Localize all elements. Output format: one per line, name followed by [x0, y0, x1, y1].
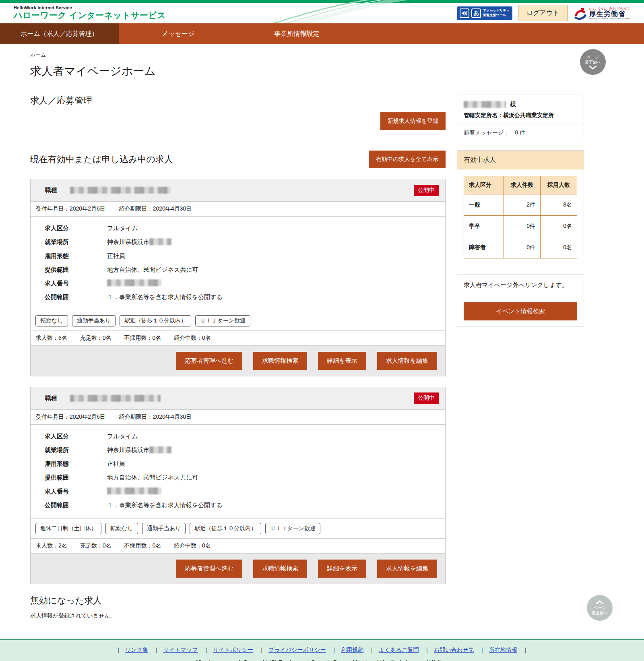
accessibility-a-icon: あ — [471, 8, 481, 18]
footer-link-contact[interactable]: お問い合わせ先 — [434, 647, 474, 653]
job-tag: 週休二日制（土日休） — [35, 523, 101, 534]
sidebar: 様 管轄安定所名：横浜公共職業安定所 新着メッセージ： 0 件 有効中求人 — [457, 95, 584, 636]
separator: ｜ — [424, 647, 430, 653]
footer-link-sitemap[interactable]: サイトマップ — [163, 647, 198, 653]
job-details: 求人区分フルタイム 就業場所神奈川県横浜市 雇用形態正社員 提供範囲地方自治体、… — [31, 425, 445, 519]
separator: ｜ — [154, 647, 159, 653]
manage-applicants-button[interactable]: 応募者管理へ進む — [176, 560, 243, 578]
top-green-bar — [0, 0, 644, 3]
job-stats: 求人数：2名 充足数：0名 不採用数：0名 紹介中数：0名 — [31, 538, 445, 553]
site-logo-japanese: ハローワーク インターネットサービス — [14, 10, 166, 21]
copyright: All rights reserved, Copyright (C) Emplo… — [0, 659, 644, 661]
job-tags: 週休二日制（土日休） 転勤なし 通勤手当あり 駅近（徒歩１０分以内） ＵＩＪター… — [31, 518, 445, 538]
job-tag: 転勤なし — [35, 315, 68, 326]
footer-link-site-policy[interactable]: サイトポリシー — [213, 647, 253, 653]
table-row: 学卒 0件 0名 — [464, 216, 577, 237]
scroll-to-top-button[interactable]: ページ 最上部へ — [587, 595, 613, 621]
table-row: 一般 2件 8名 — [464, 194, 577, 216]
active-jobs-panel: 有効中求人 求人区分 求人件数 採用人数 — [457, 150, 584, 265]
breadcrumb[interactable]: ホーム — [30, 50, 46, 59]
event-search-button[interactable]: イベント情報検索 — [464, 302, 577, 320]
chevron-up-icon — [596, 600, 604, 604]
job-details: 求人区分フルタイム 就業場所神奈川県横浜市 雇用形態正社員 提供範囲地方自治体、… — [31, 217, 445, 311]
nav-tab-home[interactable]: ホーム（求人／応募管理） — [0, 23, 119, 44]
job-tag: 転勤なし — [105, 523, 138, 534]
search-jobseekers-button[interactable]: 求職情報検索 — [253, 560, 307, 578]
edit-job-button[interactable]: 求人情報を編集 — [377, 352, 437, 370]
job-actions: 応募者管理へ進む 求職情報検索 詳細を表示 求人情報を編集 — [31, 553, 445, 584]
separator: ｜ — [479, 647, 485, 653]
active-jobs-table: 求人区分 求人件数 採用人数 一般 2件 8名 — [464, 176, 577, 258]
job-dates: 受付年月日：2020年2月6日 紹介期限日：2020年4月30日 — [31, 202, 445, 217]
occupation-label: 職種 — [45, 395, 57, 402]
active-jobs-panel-title: 有効中求人 — [457, 151, 584, 169]
column-header: 求人件数 — [504, 176, 540, 194]
site-logo[interactable]: HelloWork Internet Service ハローワーク インターネッ… — [14, 5, 166, 21]
accessibility-tool-button[interactable]: あ アクセシビリティ 閲覧支援ツール — [457, 6, 512, 20]
job-tag: 通勤手当あり — [142, 523, 186, 534]
show-detail-button[interactable]: 詳細を表示 — [318, 352, 366, 370]
show-detail-button[interactable]: 詳細を表示 — [318, 560, 366, 578]
page: HelloWork Internet Service ハローワーク インターネッ… — [0, 0, 644, 661]
mhlw-logo-icon — [574, 6, 587, 20]
mhlw-logo[interactable]: ひと、くらし、みらいのために 厚生労働省 Ministry of Health,… — [574, 6, 630, 20]
footer-link-terms[interactable]: 利用規約 — [341, 647, 363, 653]
column-header: 求人区分 — [464, 176, 504, 194]
footer-link-links[interactable]: リンク集 — [125, 647, 148, 653]
status-badge: 公開中 — [414, 392, 439, 404]
jurisdiction-office: 管轄安定所名：横浜公共職業安定所 — [464, 112, 577, 119]
inactive-jobs-empty-message: 求人情報が登録されていません。 — [30, 612, 446, 620]
job-card-header: 職種 公開中 — [31, 179, 445, 202]
main-nav: ホーム（求人／応募管理） メッセージ 事業所情報設定 — [0, 23, 644, 44]
footer-link-faq[interactable]: よくあるご質問 — [379, 647, 419, 653]
header-swoosh-graphic — [225, 0, 411, 23]
chevron-down-icon — [589, 66, 597, 70]
register-new-job-button[interactable]: 新規求人情報を登録 — [380, 112, 446, 130]
job-tag: ＵＩＪターン歓迎 — [195, 315, 250, 326]
job-card-header: 職種 公開中 — [31, 387, 445, 410]
nav-tab-messages[interactable]: メッセージ — [119, 23, 237, 44]
accessibility-label: アクセシビリティ 閲覧支援ツール — [483, 9, 510, 17]
external-link-note: 求人者マイページ外へリンクします。 — [457, 275, 584, 296]
pre-footer-divider — [0, 636, 644, 636]
scroll-to-bottom-button[interactable]: ページ 最下部へ — [580, 49, 606, 75]
job-tags: 転勤なし 通勤手当あり 駅近（徒歩１０分以内） ＵＩＪターン歓迎 — [31, 311, 445, 330]
job-actions: 応募者管理へ進む 求職情報検索 詳細を表示 求人情報を編集 — [31, 345, 445, 376]
user-card: 様 管轄安定所名：横浜公共職業安定所 新着メッセージ： 0 件 — [457, 95, 584, 141]
search-jobseekers-button[interactable]: 求職情報検索 — [253, 352, 307, 370]
footer-links: ｜リンク集 ｜サイトマップ ｜サイトポリシー ｜プライバシーポリシー ｜利用規約… — [0, 647, 644, 654]
show-all-active-jobs-button[interactable]: 有効中の求人を全て表示 — [369, 151, 446, 168]
redacted-job-number — [107, 279, 161, 286]
separator: ｜ — [259, 647, 264, 653]
mhlw-logo-text: ひと、くらし、みらいのために 厚生労働省 Ministry of Health,… — [589, 6, 630, 20]
redacted-user-name — [464, 101, 506, 108]
speaker-icon — [460, 8, 469, 18]
inactive-jobs-section: 無効になった求人 求人情報が登録されていません。 — [30, 595, 446, 620]
page-title: 求人者マイページホーム — [30, 64, 614, 79]
inactive-jobs-title: 無効になった求人 — [30, 595, 446, 607]
header-actions: あ アクセシビリティ 閲覧支援ツール ログアウト ひと、くらし、みらいのために … — [457, 5, 630, 21]
redacted-occupation — [70, 187, 171, 194]
redacted-occupation — [70, 395, 161, 402]
separator: ｜ — [116, 647, 121, 653]
edit-job-button[interactable]: 求人情報を編集 — [377, 560, 437, 578]
user-name-suffix: 様 — [510, 101, 516, 108]
footer-link-privacy-policy[interactable]: プライバシーポリシー — [268, 647, 326, 653]
job-management-column: 求人／応募管理 新規求人情報を登録 現在有効中または申し込み中の求人 有効中の求… — [30, 95, 446, 636]
redacted-address — [149, 238, 171, 245]
logout-button[interactable]: ログアウト — [518, 5, 568, 21]
footer: ｜リンク集 ｜サイトマップ ｜サイトポリシー ｜プライバシーポリシー ｜利用規約… — [0, 639, 644, 661]
external-link-panel: 求人者マイページ外へリンクします。 イベント情報検索 — [457, 274, 584, 327]
column-header: 採用人数 — [540, 176, 577, 194]
separator: ｜ — [369, 647, 375, 653]
new-messages-link[interactable]: 新着メッセージ： 0 件 — [464, 129, 525, 136]
separator: ｜ — [523, 647, 528, 653]
manage-applicants-button[interactable]: 応募者管理へ進む — [176, 352, 243, 370]
footer-link-location[interactable]: 所在地情報 — [489, 647, 517, 653]
main-content: ホーム 求人者マイページホーム 求人／応募管理 新規求人情報を登録 現在有効中ま… — [0, 44, 614, 636]
job-tag: ＵＩＪターン歓迎 — [265, 523, 320, 534]
nav-tab-office-settings[interactable]: 事業所情報設定 — [237, 23, 356, 44]
redacted-address — [149, 446, 171, 453]
title-divider — [30, 88, 584, 88]
redacted-job-number — [107, 487, 161, 494]
